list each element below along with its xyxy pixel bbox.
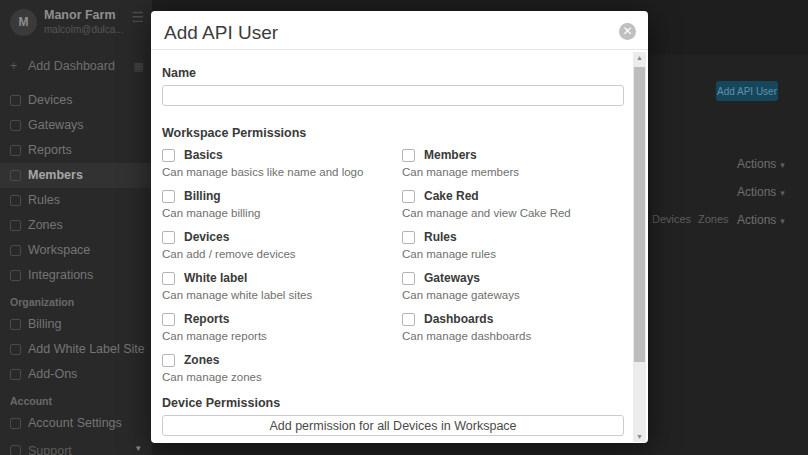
sidebar-item[interactable]: Account Settings: [0, 411, 152, 436]
column-header-zones: Zones: [698, 213, 729, 225]
permission-checkbox[interactable]: [162, 190, 175, 203]
column-header-devices: Devices: [652, 213, 691, 225]
sidebar-item-icon: [10, 245, 21, 256]
chevron-down-icon: ▾: [780, 160, 785, 170]
modal-scrollbar[interactable]: ▲ ▼: [633, 52, 646, 442]
modal-title: Add API User: [164, 22, 278, 44]
sidebar: M Manor Farm malcolm@dulca... ☰ + Add Da…: [0, 0, 152, 455]
sidebar-item-icon: [10, 319, 21, 330]
sidebar-item[interactable]: Rules: [0, 188, 152, 213]
scrollbar-thumb[interactable]: [634, 67, 645, 362]
permission-checkbox[interactable]: [402, 231, 415, 244]
permission-label: Members: [424, 148, 477, 162]
permission-label: Zones: [184, 353, 219, 367]
sidebar-item-icon: [10, 418, 21, 429]
sidebar-item-icon: [10, 270, 21, 281]
sidebar-nav-account: Account Settings: [0, 411, 152, 436]
modal-header: Add API User ✕: [151, 11, 648, 50]
section-label-organization: Organization: [10, 296, 152, 308]
section-label-account: Account: [10, 395, 152, 407]
permission-label: Devices: [184, 230, 229, 244]
chevron-down-icon: ▾: [780, 188, 785, 198]
sidebar-item[interactable]: Add-Ons: [0, 362, 152, 387]
permission-item: Rules Can manage rules: [402, 230, 624, 271]
permission-description: Can manage zones: [162, 371, 384, 383]
permission-label: Reports: [184, 312, 229, 326]
sidebar-item-icon: [10, 195, 21, 206]
permission-label: Dashboards: [424, 312, 493, 326]
permission-checkbox[interactable]: [162, 149, 175, 162]
sidebar-item[interactable]: Add White Label Site: [0, 337, 152, 362]
permission-description: Can add / remove devices: [162, 248, 384, 260]
actions-dropdown[interactable]: Actions▾: [737, 213, 785, 227]
permission-item: Reports Can manage reports: [162, 312, 384, 353]
sidebar-nav-organization: Billing Add White Label Site Add-Ons: [0, 312, 152, 387]
add-dashboard-label: Add Dashboard: [28, 55, 115, 77]
add-api-user-modal: Add API User ✕ Name Workspace Permission…: [151, 11, 648, 443]
permission-description: Can manage basics like name and logo: [162, 166, 384, 178]
permission-checkbox[interactable]: [162, 313, 175, 326]
sidebar-item-add-dashboard[interactable]: + Add Dashboard ▦: [0, 55, 152, 77]
permission-description: Can manage billing: [162, 207, 384, 219]
close-icon[interactable]: ✕: [619, 23, 636, 40]
permission-item: Basics Can manage basics like name and l…: [162, 148, 384, 189]
sidebar-item-icon: [10, 120, 21, 131]
sidebar-item-icon: [10, 369, 21, 380]
permission-label: Billing: [184, 189, 221, 203]
add-all-devices-button[interactable]: Add permission for all Devices in Worksp…: [162, 415, 624, 436]
permission-checkbox[interactable]: [402, 313, 415, 326]
permission-item: White label Can manage white label sites: [162, 271, 384, 312]
sidebar-item[interactable]: Devices: [0, 88, 152, 113]
permission-label: White label: [184, 271, 247, 285]
sidebar-item[interactable]: Billing: [0, 312, 152, 337]
device-permissions-title: Device Permissions: [162, 396, 624, 410]
sidebar-item-icon: [10, 220, 21, 231]
permission-checkbox[interactable]: [402, 149, 415, 162]
scroll-up-icon[interactable]: ▲: [633, 54, 646, 61]
sidebar-scroll-down-icon[interactable]: ▾: [136, 443, 141, 453]
permission-description: Can manage gateways: [402, 289, 624, 301]
sidebar-item-icon: [10, 344, 21, 355]
permission-item: Gateways Can manage gateways: [402, 271, 624, 312]
permission-item: Cake Red Can manage and view Cake Red: [402, 189, 624, 230]
permission-checkbox[interactable]: [162, 354, 175, 367]
avatar: M: [10, 9, 37, 36]
sidebar-item[interactable]: Zones: [0, 213, 152, 238]
permission-item: Devices Can add / remove devices: [162, 230, 384, 271]
permission-checkbox[interactable]: [162, 231, 175, 244]
table-row: Actions▾: [737, 185, 785, 199]
permission-item: Dashboards Can manage dashboards: [402, 312, 624, 353]
actions-dropdown[interactable]: Actions▾: [737, 185, 785, 199]
add-api-user-button[interactable]: Add API User: [716, 81, 778, 101]
sidebar-item-support[interactable]: Support: [0, 441, 152, 455]
sidebar-item[interactable]: Reports: [0, 138, 152, 163]
permissions-grid: Basics Can manage basics like name and l…: [162, 148, 624, 394]
permission-description: Can manage and view Cake Red: [402, 207, 624, 219]
permission-item: Billing Can manage billing: [162, 189, 384, 230]
sidebar-nav-main: Devices Gateways Reports Members: [0, 88, 152, 288]
sidebar-item[interactable]: Integrations: [0, 263, 152, 288]
permission-checkbox[interactable]: [162, 272, 175, 285]
hamburger-icon[interactable]: ☰: [131, 9, 144, 25]
permission-checkbox[interactable]: [402, 190, 415, 203]
permission-description: Can manage rules: [402, 248, 624, 260]
permission-checkbox[interactable]: [402, 272, 415, 285]
sidebar-item[interactable]: Members: [0, 163, 152, 188]
permission-description: Can manage members: [402, 166, 624, 178]
sidebar-item[interactable]: Gateways: [0, 113, 152, 138]
permission-description: Can manage dashboards: [402, 330, 624, 342]
name-input[interactable]: [162, 85, 624, 106]
plus-icon: +: [10, 55, 17, 77]
permission-item: Zones Can manage zones: [162, 353, 384, 394]
actions-dropdown[interactable]: Actions▾: [737, 157, 785, 171]
permission-label: Rules: [424, 230, 457, 244]
workspace-name: Manor Farm: [44, 8, 116, 22]
sidebar-item[interactable]: Workspace: [0, 238, 152, 263]
permission-label: Basics: [184, 148, 223, 162]
scroll-down-icon[interactable]: ▼: [633, 433, 646, 440]
workspace-switcher[interactable]: M Manor Farm malcolm@dulca... ☰: [0, 0, 152, 50]
modal-body: Name Workspace Permissions Basics Can ma…: [151, 51, 632, 443]
sidebar-item-icon: [10, 95, 21, 106]
workspace-permissions-title: Workspace Permissions: [162, 126, 624, 140]
workspace-email: malcolm@dulca...: [44, 24, 130, 35]
